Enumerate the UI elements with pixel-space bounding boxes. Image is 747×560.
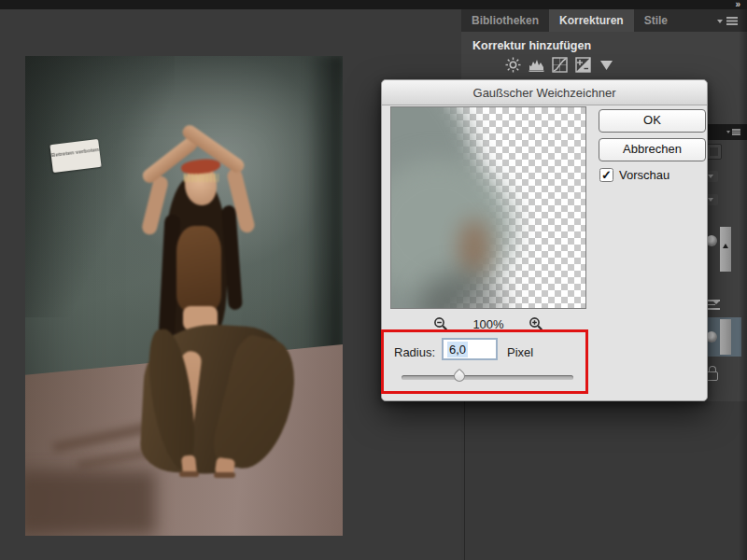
application-top-bar: » bbox=[0, 0, 747, 9]
preview-checkbox-row[interactable]: ✓ Vorschau bbox=[599, 168, 669, 182]
tab-korrekturen[interactable]: Korrekturen bbox=[549, 9, 634, 32]
layers-panel-menu-icon[interactable] bbox=[726, 129, 741, 136]
curves-icon[interactable] bbox=[552, 57, 568, 73]
dialog-title-bar[interactable]: Gaußscher Weichzeichner bbox=[382, 80, 707, 105]
exposure-icon[interactable] bbox=[575, 57, 591, 73]
brightness-contrast-icon[interactable] bbox=[505, 57, 521, 73]
panel-menu-icon[interactable] bbox=[717, 16, 738, 26]
preview-checkbox-label: Vorschau bbox=[619, 168, 669, 182]
dancer-figure bbox=[25, 56, 343, 536]
panel-tab-bar: Bibliotheken Korrekturen Stile bbox=[461, 9, 747, 32]
blur-preview[interactable] bbox=[390, 106, 586, 309]
panel-lower-area bbox=[461, 401, 747, 560]
tab-bibliotheken[interactable]: Bibliotheken bbox=[461, 9, 549, 32]
layer-thumbnail-scroll[interactable] bbox=[720, 227, 731, 272]
tab-stile[interactable]: Stile bbox=[634, 9, 678, 32]
levels-icon[interactable] bbox=[529, 57, 544, 73]
preview-checkbox[interactable]: ✓ bbox=[599, 168, 613, 182]
ok-button[interactable]: OK bbox=[599, 109, 706, 133]
clip-align-icon bbox=[706, 299, 720, 310]
layers-square-button[interactable] bbox=[706, 144, 722, 160]
vibrance-icon[interactable] bbox=[599, 57, 614, 73]
photo-dancer: Betreten verboten bbox=[25, 56, 343, 536]
selected-layer-thumbnail bbox=[720, 319, 731, 355]
radius-controls: Radius: 6,0 Pixel bbox=[382, 329, 589, 394]
radius-slider-track[interactable] bbox=[402, 375, 573, 380]
radius-slider-thumb[interactable] bbox=[452, 369, 468, 385]
collapse-panels-icon[interactable]: » bbox=[735, 0, 740, 9]
adjustment-icon-row bbox=[505, 57, 614, 73]
panel-heading: Korrektur hinzufügen bbox=[472, 39, 591, 52]
gaussian-blur-dialog: Gaußscher Weichzeichner 100% Radius: 6,0… bbox=[381, 79, 708, 401]
radius-unit-label: Pixel bbox=[507, 345, 533, 359]
radius-input[interactable]: 6,0 bbox=[442, 338, 498, 360]
cancel-button[interactable]: Abbrechen bbox=[599, 138, 706, 161]
radius-label: Radius: bbox=[394, 345, 435, 359]
